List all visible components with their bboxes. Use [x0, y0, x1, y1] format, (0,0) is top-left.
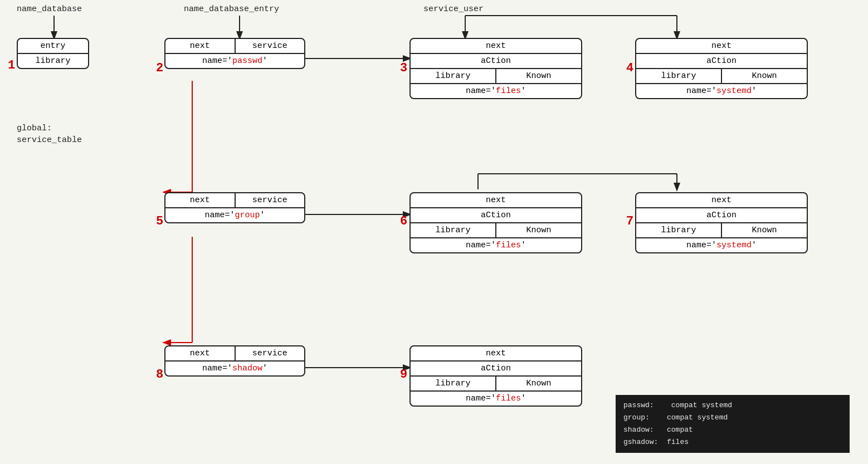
num-9: 9: [400, 368, 407, 382]
box-7-library: library: [636, 223, 722, 237]
box-2: next service name='passwd': [164, 38, 305, 69]
box-1-entry: entry: [18, 39, 88, 54]
box-2-name: name='passwd': [165, 54, 304, 68]
box-9: next aCtion library Known name='files': [409, 345, 582, 407]
num-1: 1: [8, 58, 15, 72]
box-6-library: library: [411, 223, 496, 237]
box-2-next: next: [165, 39, 236, 53]
box-8-name: name='shadow': [165, 362, 304, 375]
box-2-service: service: [236, 39, 305, 53]
box-3-name: name='files': [411, 84, 581, 98]
box-8-service: service: [236, 346, 305, 360]
box-7-action: aCtion: [636, 208, 807, 223]
label-service-user: service_user: [423, 4, 484, 14]
box-9-action: aCtion: [411, 362, 581, 377]
box-4-next: next: [636, 39, 807, 54]
box-5-name: name='group': [165, 208, 304, 222]
box-3: next aCtion library Known name='files': [409, 38, 582, 99]
box-7-next: next: [636, 193, 807, 208]
num-4: 4: [626, 61, 633, 75]
label-name-database-entry: name_database_entry: [184, 4, 279, 14]
box-4-action: aCtion: [636, 54, 807, 69]
box-4: next aCtion library Known name='systemd': [635, 38, 808, 99]
num-3: 3: [400, 61, 407, 75]
box-6-action: aCtion: [411, 208, 581, 223]
legend-gshadow: gshadow: files: [623, 436, 842, 448]
legend-box: passwd: compat systemd group: compat sys…: [616, 395, 850, 453]
box-3-next: next: [411, 39, 581, 54]
box-6-known: Known: [496, 223, 581, 237]
box-7: next aCtion library Known name='systemd': [635, 192, 808, 253]
box-9-next: next: [411, 346, 581, 362]
legend-group: group: compat systemd: [623, 412, 842, 424]
box-6-name: name='files': [411, 238, 581, 252]
box-5-next: next: [165, 193, 236, 207]
num-6: 6: [400, 214, 407, 228]
box-3-known: Known: [496, 69, 581, 83]
box-3-library: library: [411, 69, 496, 83]
box-3-action: aCtion: [411, 54, 581, 69]
box-8-next: next: [165, 346, 236, 360]
box-9-name: name='files': [411, 392, 581, 406]
box-8: next service name='shadow': [164, 345, 305, 377]
label-name-database: name_database: [17, 4, 82, 14]
box-9-library: library: [411, 377, 496, 390]
box-6-next: next: [411, 193, 581, 208]
num-2: 2: [156, 61, 163, 75]
box-7-name: name='systemd': [636, 238, 807, 252]
diagram-container: name_database name_database_entry servic…: [0, 0, 868, 464]
global-label: global: service_table: [17, 123, 82, 146]
legend-shadow: shadow: compat: [623, 424, 842, 436]
box-5: next service name='group': [164, 192, 305, 223]
box-7-known: Known: [722, 223, 807, 237]
box-1-library: library: [18, 54, 88, 68]
num-5: 5: [156, 214, 163, 228]
legend-passwd: passwd: compat systemd: [623, 399, 842, 412]
num-7: 7: [626, 214, 633, 228]
box-4-name: name='systemd': [636, 84, 807, 98]
box-6: next aCtion library Known name='files': [409, 192, 582, 253]
num-8: 8: [156, 368, 163, 382]
box-1: entry library: [17, 38, 89, 69]
box-4-known: Known: [722, 69, 807, 83]
box-5-service: service: [236, 193, 305, 207]
box-4-library: library: [636, 69, 722, 83]
box-9-known: Known: [496, 377, 581, 390]
